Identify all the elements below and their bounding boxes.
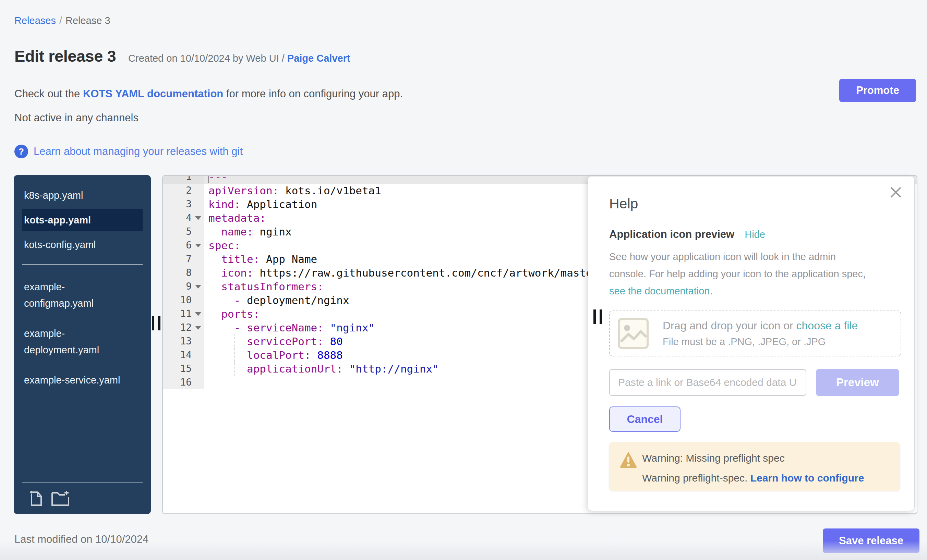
help-panel: Help Application icon preview Hide See h…	[588, 176, 915, 511]
edit-release-page: Releases/Release 3 Edit release 3 Create…	[0, 0, 927, 560]
warning-detail: Warning preflight-spec. Learn how to con…	[642, 472, 900, 484]
file-tree-item[interactable]: kots-config.yaml	[22, 234, 143, 256]
gutter-line-number: 15	[163, 362, 204, 376]
warning-icon	[620, 451, 637, 468]
dropzone-filetypes: File must be a .PNG, .JPEG, or .JPG	[663, 336, 858, 348]
gutter-line-number: 10	[163, 293, 204, 307]
intro-line: Check out the KOTS YAML documentation fo…	[14, 88, 403, 100]
fold-arrow-icon[interactable]	[195, 326, 201, 330]
text-cursor	[208, 175, 209, 183]
breadcrumb: Releases/Release 3	[14, 15, 110, 26]
fold-arrow-icon[interactable]	[195, 216, 201, 220]
see-documentation-link[interactable]: see the documentation	[609, 285, 710, 296]
git-releases-link[interactable]: Learn about managing your releases with …	[33, 145, 243, 158]
file-tree-footer-divider	[22, 482, 143, 483]
description-line: see the documentation.	[609, 282, 899, 299]
channel-status-text: Not active in any channels	[14, 112, 138, 124]
file-tree-footer	[22, 482, 143, 507]
preview-button[interactable]: Preview	[816, 369, 899, 396]
question-icon: ?	[14, 145, 28, 158]
learn-how-to-configure-link[interactable]: Learn how to configure	[751, 472, 864, 484]
cancel-button[interactable]: Cancel	[609, 407, 681, 432]
gutter-line-number: 14	[163, 348, 204, 362]
page-title: Edit release 3	[14, 47, 116, 65]
gutter-line-number: 9	[163, 280, 204, 293]
fold-arrow-icon[interactable]	[195, 285, 201, 288]
gutter-line-number: 2	[163, 184, 204, 197]
gutter-line-number: 1	[163, 175, 204, 184]
filetree-resize-handle[interactable]	[152, 316, 160, 330]
hide-link[interactable]: Hide	[745, 229, 765, 240]
save-release-button[interactable]: Save release	[823, 528, 919, 553]
icon-url-input[interactable]	[609, 369, 806, 396]
file-tree-item[interactable]: k8s-app.yaml	[22, 184, 143, 206]
created-by-link[interactable]: Paige Calvert	[287, 53, 350, 64]
breadcrumb-separator: /	[59, 15, 62, 26]
breadcrumb-releases-link[interactable]: Releases	[14, 15, 56, 26]
intro-post: for more info on configuring your app.	[223, 88, 403, 100]
file-tree-item[interactable]: kots-app.yaml	[22, 209, 143, 231]
intro-pre: Check out the	[14, 88, 83, 100]
gutter-line-number: 11	[163, 307, 204, 321]
gutter-line-number: 6	[163, 238, 204, 252]
gutter-line-number: 8	[163, 266, 204, 280]
helppanel-resize-handle[interactable]	[593, 310, 602, 324]
fold-arrow-icon[interactable]	[195, 312, 201, 316]
description-line: console. For help adding your icon to th…	[609, 265, 899, 282]
promote-button[interactable]: Promote	[839, 79, 916, 102]
title-row: Edit release 3 Created on 10/10/2024 by …	[14, 47, 350, 65]
preflight-warning-box: Warning: Missing preflight spec Warning …	[609, 442, 900, 491]
file-tree-item[interactable]: example-service.yaml	[22, 368, 143, 392]
close-icon[interactable]	[889, 185, 903, 199]
gutter-line-number: 4	[163, 211, 204, 225]
warning-title: Warning: Missing preflight spec	[642, 452, 900, 464]
kots-yaml-doc-link[interactable]: KOTS YAML documentation	[83, 88, 223, 100]
gutter-line-number: 12	[163, 321, 204, 334]
git-help-row: ? Learn about managing your releases wit…	[14, 145, 243, 158]
gutter-line-number: 3	[163, 197, 204, 211]
icon-preview-description: See how your application icon will look …	[609, 248, 899, 299]
new-file-icon[interactable]	[29, 489, 44, 507]
dropzone-instruction: Drag and drop your icon or choose a file	[663, 319, 858, 332]
gutter-line-number: 7	[163, 252, 204, 266]
icon-preview-title: Application icon preview	[609, 228, 734, 241]
fold-arrow-icon[interactable]	[195, 244, 201, 247]
description-line: See how your application icon will look …	[609, 248, 899, 265]
file-tree-divider	[22, 264, 143, 265]
breadcrumb-current: Release 3	[65, 15, 110, 26]
help-title: Help	[609, 196, 899, 212]
file-tree-list: k8s-app.yamlkots-app.yamlkots-config.yam…	[22, 184, 143, 392]
new-folder-icon[interactable]	[51, 489, 70, 507]
file-tree-item[interactable]: example-deployment.yaml	[22, 321, 143, 362]
icon-dropzone[interactable]: Drag and drop your icon or choose a file…	[609, 311, 901, 357]
file-tree: k8s-app.yamlkots-app.yamlkots-config.yam…	[14, 175, 151, 514]
created-text: Created on 10/10/2024 by Web UI /	[128, 53, 287, 64]
choose-a-file-link[interactable]: choose a file	[796, 319, 858, 332]
gutter-line-number: 16	[163, 376, 204, 389]
last-modified-text: Last modified on 10/10/2024	[14, 533, 149, 546]
file-tree-item[interactable]: example-configmap.yaml	[22, 275, 143, 316]
image-placeholder-icon	[617, 318, 649, 349]
gutter-line-number: 13	[163, 334, 204, 348]
gutter-line-number: 5	[163, 225, 204, 238]
created-info: Created on 10/10/2024 by Web UI / Paige …	[128, 53, 350, 64]
